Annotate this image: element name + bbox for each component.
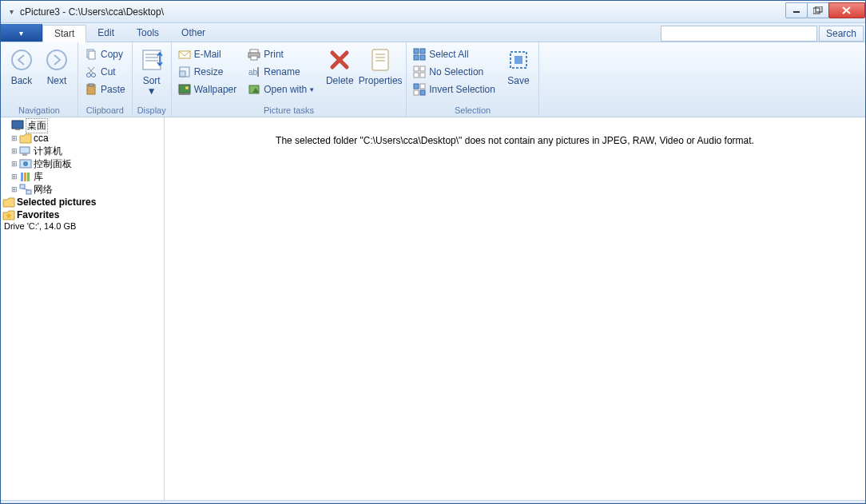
svg-rect-33 xyxy=(372,50,388,70)
svg-rect-46 xyxy=(420,84,425,89)
chevron-down-icon: ▾ xyxy=(19,29,23,38)
selectall-button[interactable]: Select All xyxy=(410,46,499,63)
wallpaper-button[interactable]: Wallpaper xyxy=(175,81,240,98)
svg-rect-47 xyxy=(414,90,419,95)
folder-tree[interactable]: 桌面 ⊞cca ⊞计算机 ⊞控制面板 ⊞库 ⊞网络 Selected pictu… xyxy=(1,117,165,500)
print-label: Print xyxy=(264,49,284,60)
resize-button[interactable]: Resize xyxy=(175,63,240,81)
app-menu-icon[interactable]: ▾ xyxy=(6,6,17,18)
svg-rect-21 xyxy=(180,71,185,77)
properties-button[interactable]: Properties xyxy=(358,44,403,86)
cut-label: Cut xyxy=(101,66,116,77)
tab-start[interactable]: Start xyxy=(42,25,86,42)
svg-rect-51 xyxy=(12,121,23,129)
svg-rect-2 xyxy=(816,6,822,12)
svg-rect-58 xyxy=(24,173,26,181)
desktop-icon xyxy=(11,119,24,132)
save-label: Save xyxy=(507,76,529,86)
svg-point-23 xyxy=(185,86,189,89)
search-button[interactable]: Search xyxy=(819,26,864,42)
rename-button[interactable]: abRename xyxy=(244,63,318,81)
content-pane: The selected folder "C:\Users\cca\Deskto… xyxy=(165,117,865,500)
svg-rect-22 xyxy=(179,85,190,93)
svg-rect-1 xyxy=(813,8,820,14)
titlebar: ▾ cPicture3 - C:\Users\cca\Desktop\ xyxy=(1,1,865,23)
svg-rect-42 xyxy=(420,66,425,71)
svg-rect-61 xyxy=(26,190,31,194)
group-clipboard: Copy Cut Paste Clipboard xyxy=(78,42,133,117)
svg-rect-57 xyxy=(21,173,23,181)
maximize-icon xyxy=(813,6,823,14)
tree-libraries[interactable]: ⊞库 xyxy=(2,170,162,183)
tab-tools[interactable]: Tools xyxy=(125,24,170,42)
cut-button[interactable]: Cut xyxy=(81,63,129,81)
openwith-icon xyxy=(248,83,260,96)
openwith-button[interactable]: Open with▼ xyxy=(244,81,318,98)
tree-favorites[interactable]: Favorites xyxy=(2,208,162,221)
tree-label: 计算机 xyxy=(34,145,62,158)
expand-icon[interactable]: ⊞ xyxy=(10,160,18,168)
svg-rect-14 xyxy=(89,84,93,86)
svg-rect-43 xyxy=(414,73,419,77)
group-selection-label: Selection xyxy=(410,105,535,117)
tab-edit[interactable]: Edit xyxy=(86,24,125,42)
drive-info: Drive 'C:', 14.0 GB xyxy=(2,221,162,231)
openwith-label: Open with xyxy=(264,84,307,95)
wallpaper-icon xyxy=(178,83,191,96)
properties-label: Properties xyxy=(359,76,403,86)
maximize-button[interactable] xyxy=(807,2,829,18)
svg-rect-27 xyxy=(251,56,257,60)
delete-button[interactable]: Delete xyxy=(321,44,358,86)
user-folder-icon xyxy=(19,132,32,145)
minimize-button[interactable] xyxy=(785,2,808,18)
svg-rect-45 xyxy=(414,84,419,89)
svg-point-10 xyxy=(92,73,96,77)
noselection-button[interactable]: No Selection xyxy=(410,63,499,81)
svg-point-9 xyxy=(87,73,91,77)
invert-button[interactable]: Invert Selection xyxy=(410,81,499,98)
paste-button[interactable]: Paste xyxy=(81,81,129,98)
svg-rect-40 xyxy=(420,55,425,60)
rename-label: Rename xyxy=(264,66,300,77)
save-button[interactable]: Save xyxy=(502,44,535,86)
tab-other[interactable]: Other xyxy=(170,24,216,42)
svg-rect-60 xyxy=(20,185,25,189)
tree-cca[interactable]: ⊞cca xyxy=(2,132,162,145)
group-clipboard-label: Clipboard xyxy=(81,105,129,117)
copy-label: Copy xyxy=(101,49,123,60)
sort-icon xyxy=(139,47,165,73)
tree-controlpanel[interactable]: ⊞控制面板 xyxy=(2,157,162,170)
group-picture-label: Picture tasks xyxy=(175,105,403,117)
expand-icon[interactable]: ⊞ xyxy=(10,185,18,193)
close-button[interactable] xyxy=(828,2,865,18)
tree-label: 网络 xyxy=(34,183,53,196)
network-icon xyxy=(19,183,32,196)
next-icon xyxy=(44,47,70,73)
resize-label: Resize xyxy=(194,66,224,77)
tree-label: Favorites xyxy=(17,209,59,220)
expand-icon[interactable]: ⊞ xyxy=(10,147,18,155)
delete-label: Delete xyxy=(326,76,354,86)
file-tab[interactable]: ▾ xyxy=(1,24,42,42)
search-input[interactable] xyxy=(661,26,817,42)
expand-icon[interactable]: ⊞ xyxy=(10,134,18,142)
rename-icon: ab xyxy=(248,65,260,78)
email-button[interactable]: E-Mail xyxy=(175,46,240,63)
group-selection: Select All No Selection Invert Selection… xyxy=(407,42,539,117)
tree-desktop[interactable]: 桌面 xyxy=(2,119,162,132)
tree-selected-pictures[interactable]: Selected pictures xyxy=(2,196,162,208)
copy-icon xyxy=(85,48,97,61)
svg-point-6 xyxy=(47,50,66,69)
expand-icon[interactable]: ⊞ xyxy=(10,173,18,181)
back-button[interactable]: Back xyxy=(4,44,39,86)
copy-button[interactable]: Copy xyxy=(81,46,129,63)
tree-label: 控制面板 xyxy=(34,157,72,171)
tree-computer[interactable]: ⊞计算机 xyxy=(2,145,162,157)
next-button[interactable]: Next xyxy=(39,44,74,86)
wallpaper-label: Wallpaper xyxy=(194,84,237,95)
svg-rect-44 xyxy=(420,73,425,77)
sort-button[interactable]: Sort▼ xyxy=(136,44,168,97)
svg-rect-8 xyxy=(89,51,95,59)
tree-network[interactable]: ⊞网络 xyxy=(2,183,162,196)
print-button[interactable]: Print xyxy=(244,46,318,63)
